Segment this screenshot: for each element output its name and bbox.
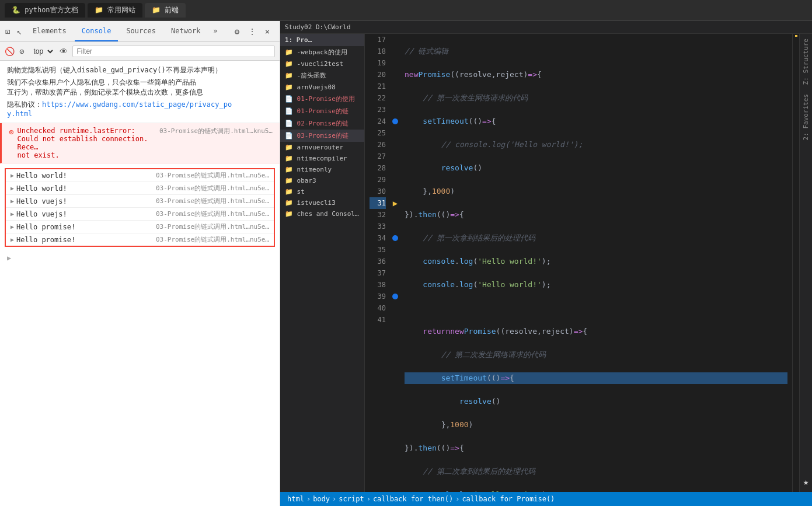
file-item-st[interactable]: 📁 st (280, 186, 364, 197)
ln-34: 34 (370, 232, 386, 244)
devtools-device-icon[interactable]: ⊡ (2, 26, 13, 37)
right-scrollbar[interactable] (792, 34, 799, 492)
breadcrumb-sep-1: › (306, 495, 311, 503)
code-line-25: // 第一次拿到结果后的处理代码 (405, 232, 787, 244)
ln-30: 30 (370, 186, 386, 197)
code-line-23: }, 1000) (405, 186, 787, 197)
tab-more[interactable]: » (209, 21, 222, 41)
ln-21: 21 (370, 81, 386, 92)
bp-28 (391, 162, 400, 174)
star-icon[interactable]: ★ (802, 472, 810, 492)
log-text-2: Hello world! (16, 184, 151, 193)
file-item-webpack[interactable]: 📁 -webpack的使用 (280, 46, 364, 58)
settings-icon[interactable]: ⚙ (232, 26, 242, 37)
status-bar: html › body › script › callback for then… (280, 492, 812, 506)
breadcrumb-callback-promise: callback for Promise() (462, 495, 555, 503)
filter-input[interactable] (72, 46, 275, 57)
file-item-istvuecli3[interactable]: 📁 istvuecli3 (280, 197, 364, 208)
devtools-container: ⊡ ↖ Elements Console Sources Network » ⚙… (0, 21, 812, 506)
close-devtools-icon[interactable]: × (262, 26, 273, 37)
ln-23: 23 (370, 104, 386, 116)
file-item-arrow[interactable]: 📁 -箭头函数 (280, 69, 364, 82)
ln-29: 29 (370, 174, 386, 186)
tab-sources[interactable]: Sources (119, 21, 163, 41)
privacy-text-5: y.html (7, 110, 273, 118)
browser-tab-python[interactable]: 🐍 python官方文档 (5, 3, 85, 18)
project-header: Study02 D:\CWorld (280, 21, 812, 34)
log-text-3: Hello vuejs! (16, 197, 151, 205)
file-sidebar-header: 1: Pro… (280, 34, 364, 46)
privacy-link-2[interactable]: y.html (7, 110, 32, 118)
log-entry-3: ▶ Hello vuejs! 03-Promise的链式调用.html…nu5e… (6, 195, 274, 208)
file-item-ntimecompiler[interactable]: 📁 ntimecompiler (280, 153, 364, 164)
filter-icon[interactable]: ⊘ (19, 47, 24, 56)
privacy-text-2: 我们不会收集用户个人隐私信息，只会收集一些简单的产品品 (7, 78, 273, 88)
file-item-chesandconsoles[interactable]: 📁 ches and Consoles (280, 208, 364, 219)
project-label: Study02 D:\CWorld (285, 23, 351, 31)
log-text-6: Hello promise! (16, 236, 151, 244)
bp-25 (391, 127, 400, 139)
bp-27 (391, 151, 400, 162)
log-source-3: 03-Promise的链式调用.html…nu5e… (156, 197, 269, 205)
prompt-arrow: ▶ (7, 254, 11, 262)
vertical-tab-favorites[interactable]: 2: Favorites (801, 89, 811, 145)
file-item-vuecli[interactable]: 📁 -vuecli2test (280, 58, 364, 69)
console-log-group: ▶ Hello world! 03-Promise的链式调用.html…nu5e… (5, 168, 275, 247)
bp-21 (391, 81, 400, 92)
more-options-icon[interactable]: ⋮ (247, 26, 257, 37)
bp-37 (391, 267, 400, 279)
ln-27: 27 (370, 151, 386, 162)
ln-32: 32 (370, 209, 386, 221)
log-source-2: 03-Promise的链式调用.html…nu5e… (156, 184, 269, 193)
console-prompt[interactable]: ▶ (0, 252, 280, 264)
privacy-link[interactable]: https://www.gwdang.com/static_page/priva… (42, 100, 232, 109)
console-content: 购物党隐私说明（键入disable_gwd_privacy()不再显示本声明） … (0, 61, 280, 506)
breadcrumb-script: script (339, 495, 364, 503)
ln-25: 25 (370, 127, 386, 139)
log-source-4: 03-Promise的链式调用.html…nu5e… (156, 210, 269, 218)
sources-main: 1: Pro… 📁 -webpack的使用 📁 -vuecli2test 📁 -… (280, 34, 812, 492)
breakpoint-39[interactable] (392, 294, 398, 299)
code-content: 17 18 19 20 21 22 23 24 25 26 27 28 29 3… (365, 34, 799, 492)
file-item-promise03[interactable]: 📄 03-Promise的链 (280, 130, 364, 142)
code-line-34: }).then(() => { (405, 442, 787, 454)
breakpoint-34[interactable] (392, 235, 398, 241)
log-entry-2: ▶ Hello world! 03-Promise的链式调用.html…nu5e… (6, 182, 274, 195)
vertical-tab-structure[interactable]: Z: Structure (801, 34, 811, 89)
bp-36 (391, 256, 400, 267)
code-line-28 (405, 302, 787, 314)
file-item-promise01b[interactable]: 📄 01-Promise的链 (280, 105, 364, 117)
file-item-ntimeonly[interactable]: 📁 ntimeonly (280, 164, 364, 175)
code-line-19: // 第一次发生网络请求的代码 (405, 92, 787, 104)
browser-tab-common[interactable]: 📁 常用网站 (88, 3, 142, 18)
log-entry-1: ▶ Hello world! 03-Promise的链式调用.html…nu5e… (6, 169, 274, 182)
code-lines[interactable]: // 链式编辑 new Promise((resolve,reject) => … (400, 34, 792, 492)
log-entry-5: ▶ Hello promise! 03-Promise的链式调用.html…nu… (6, 221, 274, 233)
log-source-6: 03-Promise的链式调用.html…nu5e… (156, 235, 269, 244)
file-item-arnvuejs[interactable]: 📁 arnVuejs08 (280, 82, 364, 93)
context-selector[interactable]: top (29, 46, 55, 57)
ln-40: 40 (370, 302, 386, 314)
devtools-inspect-icon[interactable]: ↖ (14, 26, 25, 37)
file-item-vuerouter[interactable]: 📁 arnvuerouter (280, 142, 364, 153)
bp-24 (391, 116, 400, 127)
ln-19: 19 (370, 57, 386, 69)
file-item-promise02[interactable]: 📄 02-Promise的链 (280, 117, 364, 130)
file-item-promise01[interactable]: 📄 01-Promise的使用 (280, 93, 364, 105)
clear-console-icon[interactable]: 🚫 (5, 47, 15, 56)
browser-tab-frontend[interactable]: 📁 前端 (145, 3, 186, 18)
tab-network[interactable]: Network (164, 21, 208, 41)
breadcrumb-callback-then: callback for then() (373, 495, 453, 503)
tab-console[interactable]: Console (75, 21, 119, 41)
error-source: 03-Promise的链式调用.html…knu5… (159, 127, 273, 135)
file-item-obar3[interactable]: 📁 obar3 (280, 175, 364, 186)
bp-20 (391, 69, 400, 81)
eye-icon[interactable]: 👁 (60, 47, 68, 56)
ln-33: 33 (370, 221, 386, 232)
error-content: Unchecked runtime.lastError: Could not e… (17, 127, 155, 159)
breakpoint-24[interactable] (392, 118, 398, 124)
expand-arrow-6: ▶ (11, 236, 14, 243)
tab-elements[interactable]: Elements (26, 21, 74, 41)
bp-29 (391, 174, 400, 186)
code-editor: 17 18 19 20 21 22 23 24 25 26 27 28 29 3… (365, 34, 799, 492)
